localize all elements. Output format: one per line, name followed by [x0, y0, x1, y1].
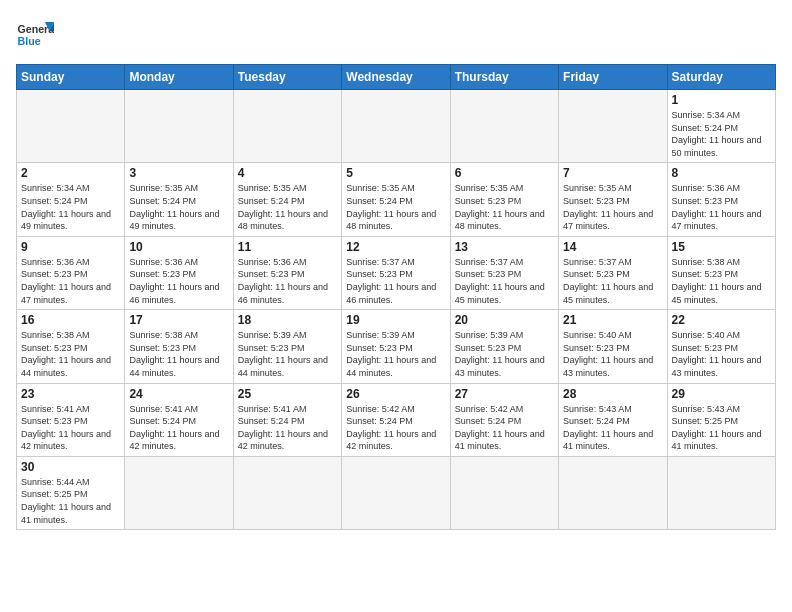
- day-number: 29: [672, 387, 771, 401]
- logo: General Blue: [16, 16, 54, 54]
- day-number: 4: [238, 166, 337, 180]
- day-number: 19: [346, 313, 445, 327]
- day-number: 27: [455, 387, 554, 401]
- day-number: 8: [672, 166, 771, 180]
- weekday-header-thursday: Thursday: [450, 65, 558, 90]
- calendar-cell: 18Sunrise: 5:39 AMSunset: 5:23 PMDayligh…: [233, 310, 341, 383]
- weekday-header-saturday: Saturday: [667, 65, 775, 90]
- weekday-header-sunday: Sunday: [17, 65, 125, 90]
- day-number: 18: [238, 313, 337, 327]
- calendar-row: 16Sunrise: 5:38 AMSunset: 5:23 PMDayligh…: [17, 310, 776, 383]
- calendar-cell: [342, 456, 450, 529]
- calendar-cell: [342, 90, 450, 163]
- day-info: Sunrise: 5:42 AMSunset: 5:24 PMDaylight:…: [346, 403, 445, 453]
- calendar-cell: [17, 90, 125, 163]
- calendar-cell: 30Sunrise: 5:44 AMSunset: 5:25 PMDayligh…: [17, 456, 125, 529]
- day-info: Sunrise: 5:36 AMSunset: 5:23 PMDaylight:…: [129, 256, 228, 306]
- day-number: 6: [455, 166, 554, 180]
- day-info: Sunrise: 5:43 AMSunset: 5:24 PMDaylight:…: [563, 403, 662, 453]
- calendar-cell: [233, 456, 341, 529]
- day-number: 26: [346, 387, 445, 401]
- calendar-cell: 21Sunrise: 5:40 AMSunset: 5:23 PMDayligh…: [559, 310, 667, 383]
- calendar-table: SundayMondayTuesdayWednesdayThursdayFrid…: [16, 64, 776, 530]
- page-header: General Blue: [16, 16, 776, 54]
- day-info: Sunrise: 5:40 AMSunset: 5:23 PMDaylight:…: [563, 329, 662, 379]
- calendar-cell: [559, 456, 667, 529]
- calendar-cell: 14Sunrise: 5:37 AMSunset: 5:23 PMDayligh…: [559, 236, 667, 309]
- calendar-cell: [559, 90, 667, 163]
- day-info: Sunrise: 5:35 AMSunset: 5:24 PMDaylight:…: [346, 182, 445, 232]
- day-info: Sunrise: 5:36 AMSunset: 5:23 PMDaylight:…: [21, 256, 120, 306]
- day-number: 2: [21, 166, 120, 180]
- calendar-cell: 23Sunrise: 5:41 AMSunset: 5:23 PMDayligh…: [17, 383, 125, 456]
- calendar-row: 23Sunrise: 5:41 AMSunset: 5:23 PMDayligh…: [17, 383, 776, 456]
- calendar-cell: 29Sunrise: 5:43 AMSunset: 5:25 PMDayligh…: [667, 383, 775, 456]
- calendar-row: 30Sunrise: 5:44 AMSunset: 5:25 PMDayligh…: [17, 456, 776, 529]
- day-info: Sunrise: 5:41 AMSunset: 5:23 PMDaylight:…: [21, 403, 120, 453]
- day-number: 25: [238, 387, 337, 401]
- calendar-cell: 13Sunrise: 5:37 AMSunset: 5:23 PMDayligh…: [450, 236, 558, 309]
- day-info: Sunrise: 5:35 AMSunset: 5:24 PMDaylight:…: [129, 182, 228, 232]
- calendar-cell: 5Sunrise: 5:35 AMSunset: 5:24 PMDaylight…: [342, 163, 450, 236]
- weekday-header-tuesday: Tuesday: [233, 65, 341, 90]
- day-number: 28: [563, 387, 662, 401]
- calendar-cell: 24Sunrise: 5:41 AMSunset: 5:24 PMDayligh…: [125, 383, 233, 456]
- day-number: 14: [563, 240, 662, 254]
- weekday-header-monday: Monday: [125, 65, 233, 90]
- day-number: 15: [672, 240, 771, 254]
- day-info: Sunrise: 5:34 AMSunset: 5:24 PMDaylight:…: [21, 182, 120, 232]
- calendar-cell: 10Sunrise: 5:36 AMSunset: 5:23 PMDayligh…: [125, 236, 233, 309]
- calendar-cell: [450, 456, 558, 529]
- day-info: Sunrise: 5:35 AMSunset: 5:23 PMDaylight:…: [563, 182, 662, 232]
- day-info: Sunrise: 5:42 AMSunset: 5:24 PMDaylight:…: [455, 403, 554, 453]
- weekday-header-friday: Friday: [559, 65, 667, 90]
- calendar-cell: 8Sunrise: 5:36 AMSunset: 5:23 PMDaylight…: [667, 163, 775, 236]
- day-number: 16: [21, 313, 120, 327]
- calendar-row: 1Sunrise: 5:34 AMSunset: 5:24 PMDaylight…: [17, 90, 776, 163]
- calendar-cell: [667, 456, 775, 529]
- day-number: 11: [238, 240, 337, 254]
- calendar-cell: [125, 90, 233, 163]
- day-number: 20: [455, 313, 554, 327]
- day-info: Sunrise: 5:44 AMSunset: 5:25 PMDaylight:…: [21, 476, 120, 526]
- svg-text:Blue: Blue: [18, 35, 41, 47]
- day-info: Sunrise: 5:39 AMSunset: 5:23 PMDaylight:…: [238, 329, 337, 379]
- day-info: Sunrise: 5:35 AMSunset: 5:24 PMDaylight:…: [238, 182, 337, 232]
- day-number: 5: [346, 166, 445, 180]
- calendar-cell: 22Sunrise: 5:40 AMSunset: 5:23 PMDayligh…: [667, 310, 775, 383]
- calendar-cell: 19Sunrise: 5:39 AMSunset: 5:23 PMDayligh…: [342, 310, 450, 383]
- calendar-cell: 28Sunrise: 5:43 AMSunset: 5:24 PMDayligh…: [559, 383, 667, 456]
- day-number: 17: [129, 313, 228, 327]
- weekday-header-row: SundayMondayTuesdayWednesdayThursdayFrid…: [17, 65, 776, 90]
- day-number: 1: [672, 93, 771, 107]
- calendar-cell: 3Sunrise: 5:35 AMSunset: 5:24 PMDaylight…: [125, 163, 233, 236]
- calendar-cell: 9Sunrise: 5:36 AMSunset: 5:23 PMDaylight…: [17, 236, 125, 309]
- day-info: Sunrise: 5:40 AMSunset: 5:23 PMDaylight:…: [672, 329, 771, 379]
- day-number: 24: [129, 387, 228, 401]
- calendar-cell: [125, 456, 233, 529]
- day-info: Sunrise: 5:36 AMSunset: 5:23 PMDaylight:…: [238, 256, 337, 306]
- calendar-row: 9Sunrise: 5:36 AMSunset: 5:23 PMDaylight…: [17, 236, 776, 309]
- calendar-cell: [233, 90, 341, 163]
- calendar-cell: 16Sunrise: 5:38 AMSunset: 5:23 PMDayligh…: [17, 310, 125, 383]
- calendar-cell: 11Sunrise: 5:36 AMSunset: 5:23 PMDayligh…: [233, 236, 341, 309]
- day-info: Sunrise: 5:34 AMSunset: 5:24 PMDaylight:…: [672, 109, 771, 159]
- calendar-cell: 27Sunrise: 5:42 AMSunset: 5:24 PMDayligh…: [450, 383, 558, 456]
- day-number: 10: [129, 240, 228, 254]
- day-info: Sunrise: 5:38 AMSunset: 5:23 PMDaylight:…: [21, 329, 120, 379]
- calendar-cell: 20Sunrise: 5:39 AMSunset: 5:23 PMDayligh…: [450, 310, 558, 383]
- calendar-cell: 7Sunrise: 5:35 AMSunset: 5:23 PMDaylight…: [559, 163, 667, 236]
- day-number: 30: [21, 460, 120, 474]
- day-info: Sunrise: 5:37 AMSunset: 5:23 PMDaylight:…: [563, 256, 662, 306]
- calendar-cell: 15Sunrise: 5:38 AMSunset: 5:23 PMDayligh…: [667, 236, 775, 309]
- calendar-cell: 1Sunrise: 5:34 AMSunset: 5:24 PMDaylight…: [667, 90, 775, 163]
- day-number: 9: [21, 240, 120, 254]
- day-info: Sunrise: 5:38 AMSunset: 5:23 PMDaylight:…: [129, 329, 228, 379]
- day-info: Sunrise: 5:39 AMSunset: 5:23 PMDaylight:…: [455, 329, 554, 379]
- day-number: 12: [346, 240, 445, 254]
- calendar-cell: 12Sunrise: 5:37 AMSunset: 5:23 PMDayligh…: [342, 236, 450, 309]
- generalblue-logo-icon: General Blue: [16, 16, 54, 54]
- day-info: Sunrise: 5:37 AMSunset: 5:23 PMDaylight:…: [455, 256, 554, 306]
- calendar-cell: 17Sunrise: 5:38 AMSunset: 5:23 PMDayligh…: [125, 310, 233, 383]
- day-number: 22: [672, 313, 771, 327]
